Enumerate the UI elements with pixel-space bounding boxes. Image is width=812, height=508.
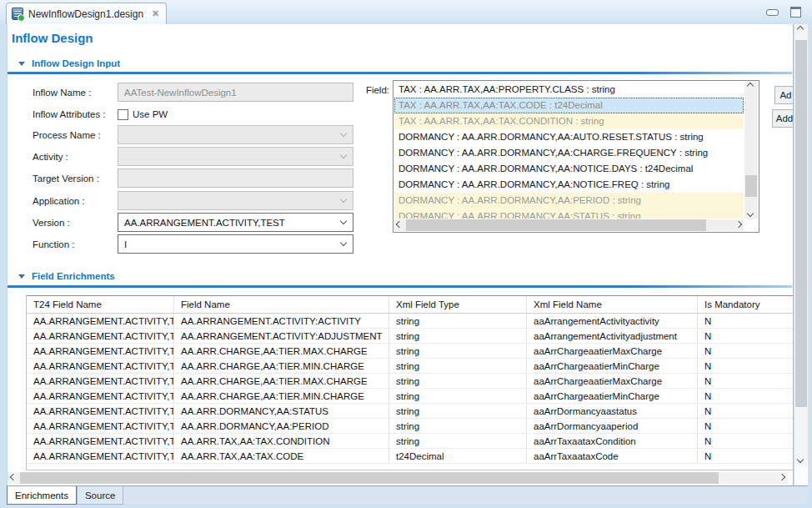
field-list-item[interactable]: DORMANCY : AA.ARR.DORMANCY,AA:AUTO.RESET…	[394, 129, 744, 145]
inflow-name-input: AATest-NewInflowDesign1	[118, 83, 353, 102]
page-title: Inflow Design	[12, 31, 93, 45]
section-underline	[8, 285, 792, 288]
editor-tab-title: NewInflowDesign1.design	[28, 8, 143, 20]
editor-tab-bar: NewInflowDesign1.design ✕	[0, 0, 812, 24]
table-row[interactable]: AA.ARRANGEMENT.ACTIVITY,TES...AA.ARRANGE…	[27, 329, 793, 344]
scroll-left-icon[interactable]	[10, 474, 17, 480]
table-row[interactable]: AA.ARRANGEMENT.ACTIVITY,TES...AA.ARR.CHA…	[27, 359, 793, 374]
collapse-triangle-icon	[18, 274, 25, 279]
scrollbar-thumb[interactable]	[20, 472, 719, 484]
inflow-attributes-label: Inflow Attributes :	[33, 109, 118, 119]
function-row: Function : I	[33, 234, 353, 254]
version-label: Version :	[33, 218, 118, 228]
section-title: Field Enrichments	[32, 271, 115, 281]
scroll-left-icon[interactable]	[396, 221, 403, 228]
scroll-up-icon[interactable]	[747, 83, 754, 89]
scrollbar-thumb[interactable]	[745, 175, 757, 197]
scrollbar-thumb[interactable]	[406, 219, 706, 231]
table-row[interactable]: AA.ARRANGEMENT.ACTIVITY,TES...AA.ARR.DOR…	[27, 419, 793, 434]
design-file-icon	[12, 8, 23, 20]
version-select[interactable]: AA.ARRANGEMENT.ACTIVITY,TEST	[118, 213, 353, 232]
inflow-name-label: Inflow Name :	[33, 88, 118, 98]
maximize-view-icon[interactable]	[790, 7, 801, 18]
section-field-enrichments-header[interactable]: Field Enrichments	[8, 267, 792, 285]
target-version-input	[118, 168, 353, 188]
table-row[interactable]: AA.ARRANGEMENT.ACTIVITY,TES...AA.ARR.CHA…	[27, 389, 793, 404]
chevron-down-icon	[340, 130, 347, 137]
chevron-down-icon	[340, 152, 347, 158]
inflow-name-row: Inflow Name : AATest-NewInflowDesign1	[33, 83, 353, 102]
tab-close-icon[interactable]: ✕	[152, 8, 159, 19]
column-header-is-mandatory[interactable]: Is Mandatory	[698, 296, 793, 313]
inflow-attributes-row: Inflow Attributes : Use PW	[33, 107, 168, 122]
activity-row: Activity :	[33, 147, 353, 166]
enrichments-table: T24 Field Name Field Name Xml Field Type…	[26, 295, 794, 470]
section-inflow-design-input-header[interactable]: Inflow Design Input	[8, 54, 792, 73]
function-label: Function :	[33, 239, 118, 249]
field-list-item-selected[interactable]: TAX : AA.ARR.TAX,AA:TAX.CODE : t24Decima…	[394, 98, 744, 113]
chevron-down-icon	[340, 218, 347, 224]
field-list-item[interactable]: DORMANCY : AA.ARR.DORMANCY,AA:STATUS : s…	[394, 209, 744, 219]
tab-source[interactable]: Source	[77, 486, 123, 505]
function-select[interactable]: I	[118, 234, 353, 254]
activity-label: Activity :	[33, 152, 118, 162]
process-name-select	[118, 125, 353, 144]
bottom-tab-strip: Enrichments Source	[7, 485, 808, 504]
activity-select	[118, 147, 353, 166]
table-row[interactable]: AA.ARRANGEMENT.ACTIVITY,TES...AA.ARR.CHA…	[27, 374, 793, 389]
scroll-right-icon[interactable]	[779, 474, 785, 480]
column-header-t24-field-name[interactable]: T24 Field Name	[27, 296, 174, 313]
version-row: Version : AA.ARRANGEMENT.ACTIVITY,TEST	[33, 213, 353, 232]
field-list-label: Field:	[344, 85, 389, 95]
target-version-row: Target Version :	[33, 168, 353, 188]
inflow-design-editor: Inflow Design Inflow Design Input Inflow…	[7, 24, 794, 485]
table-row[interactable]: AA.ARRANGEMENT.ACTIVITY,TES...AA.ARR.TAX…	[27, 434, 793, 449]
chevron-down-icon	[340, 239, 347, 246]
field-list-vertical-scrollbar[interactable]	[744, 82, 758, 219]
add-button[interactable]: Ad	[774, 86, 794, 104]
section-underline	[8, 72, 792, 74]
table-row[interactable]: AA.ARRANGEMENT.ACTIVITY,TES...AA.ARRANGE…	[27, 314, 793, 329]
section-title: Inflow Design Input	[32, 58, 120, 68]
editor-horizontal-scrollbar[interactable]	[8, 472, 788, 484]
table-row[interactable]: AA.ARRANGEMENT.ACTIVITY,TES...AA.ARR.DOR…	[27, 404, 793, 419]
target-version-label: Target Version :	[33, 174, 118, 184]
field-list-item[interactable]: TAX : AA.ARR.TAX,AA:PROPERTY.CLASS : str…	[394, 82, 744, 98]
field-list-item[interactable]: DORMANCY : AA.ARR.DORMANCY,AA:NOTICE.DAY…	[394, 161, 744, 177]
field-list: TAX : AA.ARR.TAX,AA:PROPERTY.CLASS : str…	[393, 80, 759, 233]
minimize-view-icon[interactable]	[766, 9, 779, 16]
field-list-item[interactable]: DORMANCY : AA.ARR.DORMANCY,AA:CHARGE.FRE…	[394, 145, 744, 161]
field-list-item[interactable]: TAX : AA.ARR.TAX,AA:TAX.CONDITION : stri…	[394, 113, 744, 129]
application-row: Application :	[33, 191, 353, 210]
table-row[interactable]: AA.ARRANGEMENT.ACTIVITY,TES...AA.ARR.CHA…	[27, 344, 793, 359]
field-list-item[interactable]: DORMANCY : AA.ARR.DORMANCY,AA:NOTICE.FRE…	[394, 177, 744, 193]
editor-vertical-scrollbar[interactable]	[794, 24, 808, 465]
use-pw-checkbox[interactable]	[118, 109, 128, 120]
chevron-down-icon	[340, 196, 347, 203]
table-row[interactable]: AA.ARRANGEMENT.ACTIVITY,TES...AA.ARR.TAX…	[27, 449, 793, 464]
scrollbar-corner	[794, 465, 808, 485]
editor-tab[interactable]: NewInflowDesign1.design ✕	[6, 3, 167, 24]
field-list-item[interactable]: DORMANCY : AA.ARR.DORMANCY,AA:PERIOD : s…	[394, 193, 744, 209]
process-name-label: Process Name :	[33, 130, 118, 140]
field-list-items: TAX : AA.ARR.TAX,AA:PROPERTY.CLASS : str…	[394, 82, 744, 219]
collapse-triangle-icon	[18, 62, 25, 66]
add-all-button[interactable]: Add	[772, 109, 794, 128]
process-name-row: Process Name :	[33, 125, 353, 144]
application-label: Application :	[33, 196, 118, 206]
table-header-row: T24 Field Name Field Name Xml Field Type…	[27, 296, 793, 314]
scroll-down-icon[interactable]	[797, 456, 804, 463]
scrollbar-thumb[interactable]	[795, 40, 807, 407]
use-pw-checkbox-label: Use PW	[133, 109, 168, 119]
column-header-xml-field-type[interactable]: Xml Field Type	[389, 296, 527, 313]
application-select	[118, 191, 353, 210]
scroll-right-icon[interactable]	[735, 221, 742, 228]
tab-enrichments[interactable]: Enrichments	[7, 486, 77, 505]
field-list-horizontal-scrollbar[interactable]	[394, 219, 744, 231]
scroll-up-icon[interactable]	[797, 26, 804, 33]
scroll-down-icon[interactable]	[747, 210, 754, 217]
column-header-field-name[interactable]: Field Name	[174, 296, 389, 313]
column-header-xml-field-name[interactable]: Xml Field Name	[527, 296, 698, 313]
